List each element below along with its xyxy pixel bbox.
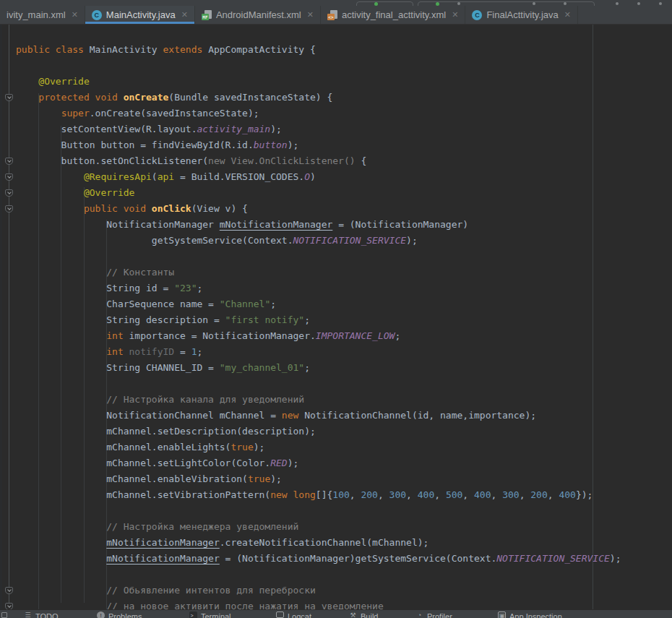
statusbar-profiler[interactable]: ◔Profiler bbox=[415, 611, 452, 618]
problems-icon: ! bbox=[97, 611, 105, 618]
fold-chevron-icon[interactable] bbox=[5, 173, 13, 181]
layout-xml-icon: <> bbox=[327, 10, 337, 20]
statusbar-problems[interactable]: !Problems bbox=[97, 611, 142, 618]
tab-label: AndroidManifest.xml bbox=[216, 9, 301, 20]
manifest-icon: MF bbox=[202, 10, 212, 20]
code-line: CharSequence name = "Channel"; bbox=[16, 296, 276, 312]
code-pane[interactable]: public class MainActivity extends AppCom… bbox=[0, 42, 672, 609]
code-line: // Обьявление интентов для переброски bbox=[16, 583, 316, 598]
code-line: mChannel.setLightColor(Color.RED); bbox=[16, 455, 298, 471]
statusbar-label: Profiler bbox=[427, 611, 452, 618]
java-class-icon: C bbox=[92, 10, 102, 20]
status-bar: ☰TODO!Problems>_TerminalLogcat⚒Build◔Pro… bbox=[0, 609, 672, 618]
statusbar-build[interactable]: ⚒Build bbox=[349, 611, 378, 618]
tab-androidmanifest-xml[interactable]: MFAndroidManifest.xml✕ bbox=[195, 6, 321, 24]
code-line: @Override bbox=[16, 74, 90, 90]
close-icon[interactable]: ✕ bbox=[452, 11, 458, 19]
code-line: // Константы bbox=[16, 265, 174, 280]
code-line: button.setOnClickListener(new View.OnCli… bbox=[16, 153, 366, 169]
build-icon: ⚒ bbox=[349, 611, 357, 618]
statusbar-label: Logcat bbox=[288, 611, 311, 618]
app-inspection-icon: ▣ bbox=[498, 611, 506, 618]
tab-activity-final-acttivity-xml[interactable]: <>activity_final_acttivity.xml✕ bbox=[321, 6, 465, 24]
toolbar-icon[interactable] bbox=[616, 2, 619, 5]
code-line: @Override bbox=[16, 185, 134, 201]
statusbar-label: Terminal bbox=[201, 611, 231, 618]
tab-mainactivity-java[interactable]: CMainActivity.java✕ bbox=[85, 6, 195, 24]
code-line: int importance = NotificationManager.IMP… bbox=[16, 328, 400, 344]
profiler-icon: ◔ bbox=[415, 611, 423, 618]
fold-chevron-icon[interactable] bbox=[5, 94, 13, 101]
todo-icon: ☰ bbox=[24, 611, 32, 618]
tab-label: MainActivity.java bbox=[106, 9, 176, 20]
code-line: protected void onCreate(Bundle savedInst… bbox=[16, 90, 332, 106]
code-line: String id = "23"; bbox=[16, 280, 202, 296]
code-line: // Настройка канала для уведомлений bbox=[16, 392, 304, 408]
code-line: mChannel.setVibrationPattern(new long[]{… bbox=[16, 487, 593, 503]
logcat-icon bbox=[276, 611, 284, 618]
code-line: mChannel.enableVibration(true); bbox=[16, 471, 282, 487]
code-line: @RequiresApi(api = Build.VERSION_CODES.O… bbox=[16, 169, 316, 185]
code-line: int notifyID = 1; bbox=[16, 344, 202, 360]
tab-label: activity_final_acttivity.xml bbox=[342, 9, 446, 20]
code-editor[interactable]: public class MainActivity extends AppCom… bbox=[0, 25, 672, 609]
statusbar-terminal[interactable]: >_Terminal bbox=[189, 611, 231, 618]
fold-chevron-icon[interactable] bbox=[5, 189, 13, 197]
close-icon[interactable]: ✕ bbox=[307, 11, 314, 19]
statusbar-logcat[interactable]: Logcat bbox=[276, 611, 311, 618]
java-class-icon: C bbox=[472, 10, 482, 20]
toolbar-icon[interactable] bbox=[659, 2, 662, 5]
fold-chevron-icon[interactable] bbox=[5, 205, 13, 213]
code-line: mNotificationManager.createNotificationC… bbox=[16, 535, 428, 551]
code-line: mNotificationManager = (NotificationMana… bbox=[16, 551, 621, 567]
toolbar-icon[interactable] bbox=[637, 2, 640, 5]
code-line: NotificationChannel mChannel = new Notif… bbox=[16, 408, 536, 424]
tab-ivity-main-xml[interactable]: ivity_main.xml✕ bbox=[0, 6, 85, 24]
toolwindow-corner-icon[interactable] bbox=[1, 612, 7, 618]
code-line: String description = "first notify"; bbox=[16, 312, 310, 328]
code-line: Button button = findViewById(R.id.button… bbox=[16, 137, 298, 153]
tab-bar: ivity_main.xml✕CMainActivity.java✕MFAndr… bbox=[0, 6, 672, 25]
fold-chevron-icon[interactable] bbox=[5, 587, 13, 594]
tab-label: ivity_main.xml bbox=[7, 9, 66, 20]
statusbar-app-inspection[interactable]: ▣App Inspection bbox=[498, 611, 562, 618]
code-line: // Настройка менеджера уведомлений bbox=[16, 519, 298, 535]
statusbar-label: Problems bbox=[108, 611, 142, 618]
toolbar-icon[interactable] bbox=[457, 2, 460, 5]
close-icon[interactable]: ✕ bbox=[564, 11, 571, 19]
code-line: NotificationManager mNotificationManager… bbox=[16, 217, 468, 233]
toolbar-icon[interactable] bbox=[564, 2, 567, 5]
statusbar-label: App Inspection bbox=[509, 611, 562, 618]
code-line: setContentView(R.layout.activity_main); bbox=[16, 121, 282, 137]
code-line: getSystemService(Context.NOTIFICATION_SE… bbox=[16, 233, 418, 249]
code-line: mChannel.enableLights(true); bbox=[16, 439, 264, 455]
code-line: super.onCreate(savedInstanceState); bbox=[16, 106, 259, 121]
statusbar-label: Build bbox=[361, 611, 378, 618]
tab-finalacttivity-java[interactable]: CFinalActtivity.java✕ bbox=[465, 6, 578, 24]
terminal-icon: >_ bbox=[189, 611, 197, 618]
code-line: // на новое активити после нажатия на ув… bbox=[16, 598, 384, 609]
fold-chevron-icon[interactable] bbox=[5, 158, 13, 165]
statusbar-label: TODO bbox=[35, 611, 59, 618]
code-line: public class MainActivity extends AppCom… bbox=[16, 42, 316, 58]
main-toolbar-strip bbox=[0, 0, 672, 6]
statusbar-todo[interactable]: ☰TODO bbox=[24, 611, 59, 618]
code-line: String CHANNEL_ID = "my_channel_01"; bbox=[16, 360, 310, 376]
close-icon[interactable]: ✕ bbox=[181, 11, 188, 19]
code-line: mChannel.setDescription(description); bbox=[16, 424, 316, 439]
code-line: public void onClick(View v) { bbox=[16, 201, 248, 217]
ide-window: ivity_main.xml✕CMainActivity.java✕MFAndr… bbox=[0, 0, 672, 618]
toolbar-icon[interactable] bbox=[533, 2, 535, 5]
fold-chevron-icon[interactable] bbox=[5, 603, 13, 609]
close-icon[interactable]: ✕ bbox=[72, 11, 78, 19]
tab-label: FinalActtivity.java bbox=[486, 9, 558, 20]
